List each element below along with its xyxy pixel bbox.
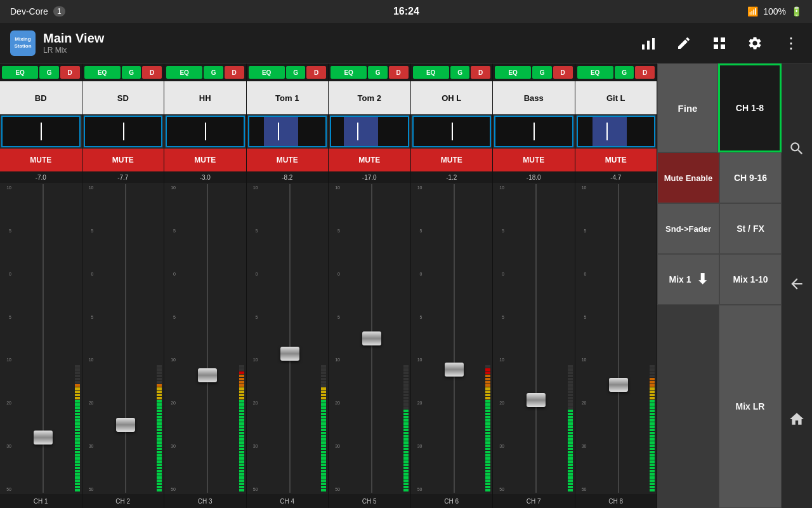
svg-rect-3 [714,37,718,42]
ch-top-2: EQ G D [82,64,164,81]
fader-knob-1[interactable] [34,431,53,444]
fader-knob-7[interactable] [527,393,546,407]
g-button-2[interactable]: G [122,66,141,79]
ch-top-7: EQ G D [493,64,575,81]
fader-section-2: 1050510203050 [82,183,164,494]
mute-button-7[interactable]: MUTE [493,149,575,171]
g-button-1[interactable]: G [39,66,59,79]
level-value-5: -17.0 [329,171,410,183]
d-button-5[interactable]: D [389,66,409,79]
ch-name-5: Tom 2 [329,81,410,114]
search-icon[interactable] [789,140,805,161]
svg-rect-1 [647,41,650,50]
fader-knob-6[interactable] [445,363,464,377]
fine-button[interactable]: Fine [657,64,718,152]
mute-button-1[interactable]: MUTE [0,149,82,171]
mute-enable-button[interactable]: Mute Enable [657,152,719,203]
title-text: Main View LR Mix [43,31,104,55]
d-button-4[interactable]: D [306,66,326,79]
d-button-6[interactable]: D [471,66,490,79]
fader-col-2[interactable] [95,184,157,493]
back-icon[interactable] [789,276,805,296]
fader-col-8[interactable] [588,184,650,493]
eq-button-4[interactable]: EQ [249,66,285,79]
level-value-7: -18.0 [493,171,575,183]
more-icon[interactable]: ⋮ [779,32,802,55]
fader-knob-3[interactable] [198,368,217,382]
fader-col-1[interactable] [13,184,74,493]
ch-pan-2[interactable] [84,116,163,147]
scale-col-3: 1050510203050 [166,184,177,493]
eq-button-5[interactable]: EQ [331,66,367,79]
grid-icon[interactable] [708,32,731,55]
mix1-button[interactable]: Mix 1 ⬇ [657,254,719,305]
ch-name-6: OH L [411,81,493,114]
ch-pan-5[interactable] [330,116,409,147]
d-button-2[interactable]: D [142,66,162,79]
barchart-icon[interactable] [637,32,660,55]
eq-button-7[interactable]: EQ [495,66,531,79]
eq-button-1[interactable]: EQ [2,66,38,79]
g-button-8[interactable]: G [615,66,634,79]
g-button-6[interactable]: G [450,66,470,79]
ch-name-2: SD [82,81,164,114]
fader-col-4[interactable] [259,184,321,493]
ch-label-5: CH 5 [329,494,410,508]
eq-button-8[interactable]: EQ [577,66,613,79]
fader-knob-8[interactable] [609,378,628,392]
d-button-8[interactable]: D [635,66,655,79]
mute-button-2[interactable]: MUTE [82,149,164,171]
mute-button-6[interactable]: MUTE [411,149,493,171]
status-left: Dev-Core 1 [10,6,65,17]
mute-button-3[interactable]: MUTE [164,149,246,171]
ch-pan-4[interactable] [248,116,327,147]
fader-col-7[interactable] [506,184,567,493]
fader-knob-4[interactable] [280,347,299,361]
scale-col-1: 1050510203050 [1,184,13,493]
ch-pan-8[interactable] [577,116,656,147]
ch-label-4: CH 4 [247,494,329,508]
d-button-7[interactable]: D [553,66,573,79]
snd-fader-button[interactable]: Snd->Fader [657,203,719,254]
home-icon[interactable] [789,411,805,431]
mix-lr-button[interactable]: Mix LR [719,305,782,508]
eq-button-6[interactable]: EQ [413,66,449,79]
ch-pan-7[interactable] [494,116,573,147]
status-right: 📶 100% 🔋 [747,6,802,17]
pencil-icon[interactable] [672,32,695,55]
fader-section-6: 1050510203050 [411,183,493,494]
ch-pan-3[interactable] [166,116,245,147]
fader-col-5[interactable] [341,184,403,493]
mix1-arrow: ⬇ [697,271,708,288]
g-button-4[interactable]: G [286,66,306,79]
ch-pan-6[interactable] [412,116,492,147]
mute-button-5[interactable]: MUTE [329,149,410,171]
status-bar: Dev-Core 1 16:24 📶 100% 🔋 [0,0,812,23]
ch916-button[interactable]: CH 9-16 [719,152,782,203]
eq-button-2[interactable]: EQ [84,66,121,79]
fader-col-3[interactable] [177,184,239,493]
st-fx-button[interactable]: St / FX [719,203,782,254]
mute-button-4[interactable]: MUTE [247,149,329,171]
ch-pan-1[interactable] [1,116,81,147]
settings-icon[interactable] [743,32,766,55]
fader-col-6[interactable] [424,184,485,493]
ch18-button[interactable]: CH 1-8 [718,64,782,152]
mute-button-8[interactable]: MUTE [575,149,657,171]
d-button-3[interactable]: D [225,66,244,79]
level-value-4: -8.2 [247,171,329,183]
fader-knob-5[interactable] [362,331,381,345]
d-button-1[interactable]: D [60,66,80,79]
eq-button-3[interactable]: EQ [166,66,202,79]
g-button-5[interactable]: G [368,66,388,79]
vu-meter-7 [567,184,573,493]
ch-top-3: EQ G D [164,64,246,81]
ch-label-1: CH 1 [0,494,82,508]
fader-knob-2[interactable] [116,418,135,432]
g-button-3[interactable]: G [204,66,223,79]
main-title: Main View [43,31,104,46]
app-badge: 1 [53,6,65,17]
mix110-button[interactable]: Mix 1-10 [719,254,782,305]
g-button-7[interactable]: G [532,66,552,79]
ch-name-8: Git L [575,81,657,114]
